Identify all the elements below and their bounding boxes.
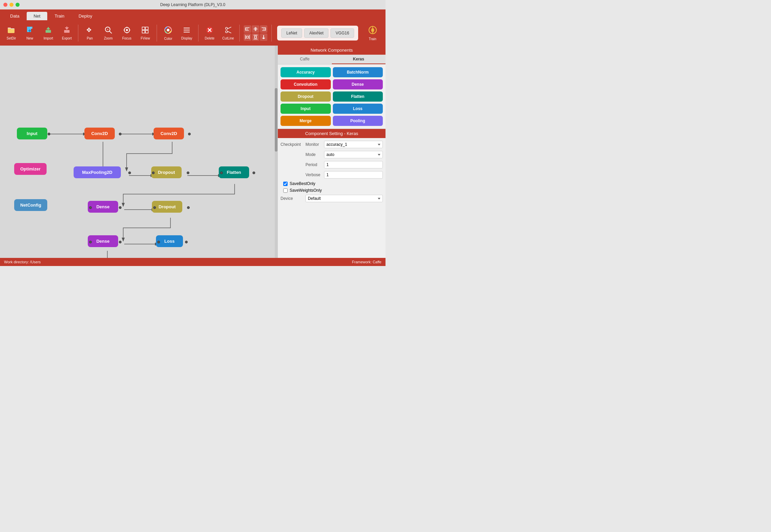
display-button[interactable]: Display <box>178 23 195 44</box>
fview-button[interactable]: FView <box>137 23 154 44</box>
comp-merge[interactable]: Merge <box>281 116 331 126</box>
netconfig-node[interactable]: NetConfig <box>14 199 47 211</box>
folder-icon <box>7 26 15 35</box>
window-title: Deep Learning Platform (DLP)_V3.0 <box>160 2 225 7</box>
period-input[interactable] <box>324 161 383 168</box>
optimizer-node[interactable]: Optimizer <box>14 163 47 175</box>
conv2d-1-node[interactable]: Conv2D <box>84 128 115 139</box>
scissors-icon <box>224 26 232 35</box>
alexnet-button[interactable]: AlexNet <box>304 28 328 38</box>
tab-net[interactable]: Net <box>27 12 47 20</box>
comp-flatten[interactable]: Flatten <box>333 91 383 102</box>
dense-2-node[interactable]: Dense <box>88 235 118 247</box>
comp-loss[interactable]: Loss <box>333 104 383 114</box>
device-row: Device Default CPU GPU <box>281 195 383 202</box>
savebestonly-checkbox[interactable] <box>283 182 288 186</box>
lenet-button[interactable]: LeNet <box>281 28 302 38</box>
comp-pooling[interactable]: Pooling <box>333 116 383 126</box>
workdir-status: Work directory: /Users <box>4 260 41 264</box>
delete-icon <box>206 26 214 35</box>
color-button[interactable]: Color <box>160 23 177 44</box>
right-panel: Network Components Caffe Keras Accuracy … <box>277 46 386 258</box>
saveweightsonly-checkbox[interactable] <box>283 188 288 193</box>
pan-icon: ✥ <box>86 26 94 35</box>
connections-svg <box>0 46 277 258</box>
vgg16-button[interactable]: VGG16 <box>330 28 354 38</box>
svg-text:+: + <box>107 28 109 31</box>
align-bottom-button[interactable] <box>260 33 267 41</box>
tab-keras[interactable]: Keras <box>332 55 386 64</box>
settings-body: Checkpoint Monitor accuracy_1 val_loss v… <box>278 138 386 208</box>
dense-1-node[interactable]: Dense <box>88 201 118 213</box>
monitor-row: Checkpoint Monitor accuracy_1 val_loss v… <box>281 141 383 148</box>
new-icon <box>26 26 34 35</box>
comp-dropout[interactable]: Dropout <box>281 91 331 102</box>
minimize-button[interactable] <box>9 3 14 7</box>
checkpoint-label: Checkpoint <box>281 142 304 147</box>
svg-rect-57 <box>255 36 257 38</box>
comp-batchnorm[interactable]: BatchNorm <box>333 67 383 77</box>
flatten-node[interactable]: Flatten <box>219 166 249 178</box>
distribute-horiz-button[interactable] <box>244 33 251 41</box>
color-label: Color <box>164 37 172 41</box>
dropout-1-node[interactable]: Dropout <box>151 166 182 178</box>
mode-select[interactable]: auto min max <box>324 151 383 158</box>
comp-dense[interactable]: Dense <box>333 79 383 89</box>
zoom-icon: + <box>104 26 112 35</box>
svg-line-38 <box>227 27 231 29</box>
svg-rect-27 <box>145 30 148 33</box>
train-icon <box>368 25 377 36</box>
mode-row: Mode auto min max <box>281 151 383 158</box>
svg-point-19 <box>126 29 128 31</box>
maxpooling-node[interactable]: MaxPooling2D <box>74 166 121 178</box>
focus-icon <box>123 26 131 35</box>
settings-panel: Component Setting - Keras Checkpoint Mon… <box>278 129 386 258</box>
network-canvas[interactable]: Input Optimizer NetConfig Conv2D Conv2D … <box>0 46 277 258</box>
input-node[interactable]: Input <box>17 128 47 139</box>
comp-input[interactable]: Input <box>281 104 331 114</box>
verbose-row: Verbose <box>281 171 383 179</box>
components-grid: Accuracy BatchNorm Convolution Dense Dro… <box>278 64 386 129</box>
pan-button[interactable]: ✥ Pan <box>81 23 98 44</box>
new-button[interactable]: New <box>21 23 38 44</box>
monitor-label: Monitor <box>305 142 324 147</box>
display-icon <box>183 26 191 35</box>
svg-point-61 <box>372 29 374 31</box>
focus-button[interactable]: Focus <box>118 23 135 44</box>
export-button[interactable]: Export <box>58 23 76 44</box>
tab-deploy[interactable]: Deploy <box>72 12 99 20</box>
tab-data[interactable]: Data <box>3 12 26 20</box>
comp-accuracy[interactable]: Accuracy <box>281 67 331 77</box>
verbose-input[interactable] <box>324 171 383 179</box>
dropout-2-node[interactable]: Dropout <box>152 201 182 213</box>
align-right-button[interactable] <box>260 25 267 33</box>
align-center-button[interactable] <box>252 25 259 33</box>
scrollbar-thumb[interactable] <box>275 88 277 152</box>
tab-train[interactable]: Train <box>48 12 71 20</box>
saveweightsonly-row: SaveWeightsOnly <box>281 188 383 193</box>
comp-convolution[interactable]: Convolution <box>281 79 331 89</box>
maximize-button[interactable] <box>16 3 20 7</box>
sep5 <box>271 25 272 42</box>
fview-icon <box>141 26 149 35</box>
device-select[interactable]: Default CPU GPU <box>305 195 383 202</box>
svg-rect-11 <box>64 30 70 33</box>
vertical-scrollbar[interactable] <box>275 46 277 258</box>
sep3 <box>198 25 198 42</box>
conv2d-2-node[interactable]: Conv2D <box>154 128 184 139</box>
setdir-button[interactable]: SetDir <box>3 23 20 44</box>
align-left-button[interactable] <box>244 25 251 33</box>
distribute-vert-button[interactable] <box>252 33 259 41</box>
svg-rect-54 <box>246 36 248 38</box>
svg-rect-25 <box>145 27 148 30</box>
tab-caffe[interactable]: Caffe <box>278 55 332 64</box>
import-button[interactable]: Import <box>40 23 57 44</box>
delete-button[interactable]: Delete <box>201 23 218 44</box>
svg-point-29 <box>167 29 169 31</box>
monitor-select[interactable]: accuracy_1 val_loss val_accuracy <box>324 141 383 148</box>
train-toolbar-button[interactable]: Train <box>362 23 383 44</box>
zoom-button[interactable]: + Zoom <box>100 23 117 44</box>
close-button[interactable] <box>3 3 7 7</box>
loss-node[interactable]: Loss <box>156 235 183 247</box>
cutline-button[interactable]: CutLine <box>219 23 237 44</box>
